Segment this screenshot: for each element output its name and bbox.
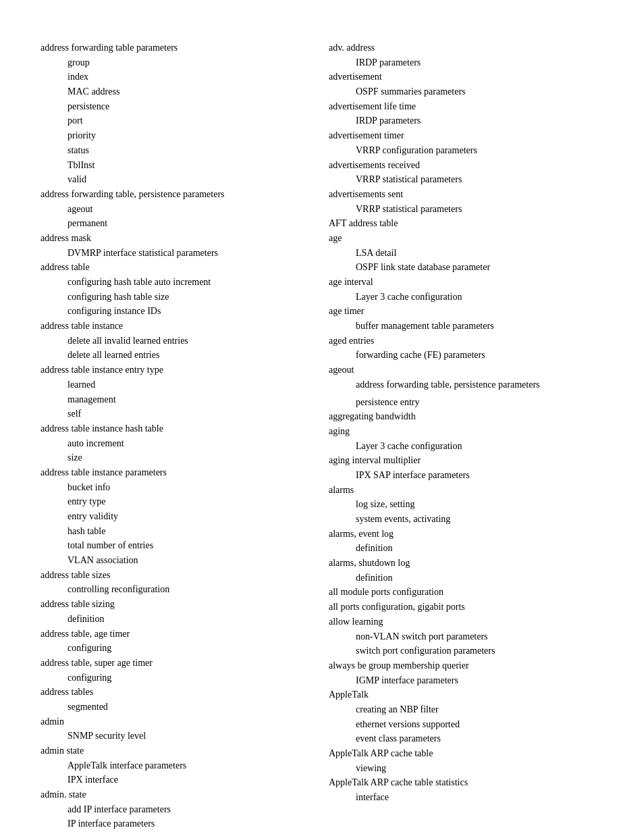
index-sub-entry: priority — [41, 128, 315, 143]
index-main-entry: admin. state — [41, 787, 315, 802]
index-sub-entry: port — [41, 113, 315, 128]
index-main-entry: ageout — [329, 363, 603, 377]
index-sub-entry: MAC address — [41, 84, 315, 99]
index-main-entry: address table — [41, 260, 315, 275]
index-sub-entry: forwarding cache (FE) parameters — [329, 348, 603, 363]
index-sub-entry: index — [41, 70, 315, 84]
index-sub-entry: DVMRP interface statistical parameters — [41, 246, 315, 261]
index-sub-entry: definition — [329, 541, 603, 556]
index-sub-entry: Layer 3 cache configuration — [329, 290, 603, 305]
index-sub-entry: ageout — [41, 202, 315, 217]
index-sub-entry: total number of entries — [41, 538, 315, 553]
index-sub-entry: self — [41, 407, 315, 421]
index-sub-entry: IRDP parameters — [329, 55, 603, 70]
index-sub-entry: entry validity — [41, 509, 315, 524]
index-sub-entry: ethernet versions supported — [329, 717, 603, 732]
index-sub-entry: IPX SAP interface parameters — [329, 468, 603, 483]
index-sub-entry: management — [41, 392, 315, 407]
index-sub-entry: viewing — [329, 761, 603, 776]
index-sub-entry: VRRP statistical parameters — [329, 202, 603, 217]
index-sub-entry: configuring hash table auto increment — [41, 275, 315, 290]
index-sub-entry: delete all learned entries — [41, 348, 315, 363]
index-sub-entry: event class parameters — [329, 731, 603, 746]
index-main-entry: alarms — [329, 483, 603, 498]
index-main-entry: address forwarding table parameters — [41, 41, 315, 55]
index-sub-entry: configuring instance IDs — [41, 304, 315, 319]
index-main-entry: address table sizing — [41, 597, 315, 612]
index-main-entry: allow learning — [329, 615, 603, 629]
index-main-entry: AppleTalk ARP cache table — [329, 746, 603, 761]
index-main-entry: address mask — [41, 231, 315, 246]
index-main-entry: address tables — [41, 685, 315, 700]
index-sub-entry: permanent — [41, 216, 315, 231]
index-sub-entry: configuring — [41, 641, 315, 656]
index-main-entry: address table sizes — [41, 568, 315, 583]
index-main-entry: all ports configuration, gigabit ports — [329, 600, 603, 615]
index-main-entry: adv. address — [329, 41, 603, 55]
index-main-entry: aging interval multiplier — [329, 453, 603, 468]
index-main-entry: advertisement timer — [329, 128, 603, 143]
index-sub-entry: buffer management table parameters — [329, 319, 603, 334]
index-sub-entry: learned — [41, 377, 315, 392]
index-main-entry: address table instance hash table — [41, 421, 315, 436]
index-sub-entry: AppleTalk interface parameters — [41, 758, 315, 773]
index-main-entry: AppleTalk ARP cache table statistics — [329, 775, 603, 790]
index-sub-entry: IPX interface — [41, 773, 315, 787]
index-main-entry: advertisement life time — [329, 99, 603, 114]
index-main-entry: address table instance parameters — [41, 465, 315, 480]
index-sub-entry: address forwarding table, persistence pa… — [329, 377, 603, 392]
index-main-entry: advertisement — [329, 70, 603, 84]
main-content: address forwarding table parametersgroup… — [41, 41, 603, 831]
index-sub-entry: log size, setting — [329, 497, 603, 512]
index-main-entry: AFT address table — [329, 216, 603, 231]
index-sub-entry: configuring — [41, 671, 315, 685]
index-main-entry: address table, super age timer — [41, 656, 315, 671]
index-main-entry: aged entries — [329, 334, 603, 348]
index-sub-entry: persistence entry — [329, 395, 603, 410]
index-sub-entry: VRRP statistical parameters — [329, 172, 603, 187]
index-sub-entry: definition — [41, 612, 315, 627]
right-column: adv. addressIRDP parametersadvertisement… — [329, 41, 603, 831]
index-main-entry: AppleTalk — [329, 687, 603, 702]
index-sub-entry: SNMP security level — [41, 729, 315, 744]
index-main-entry: address table instance — [41, 319, 315, 334]
index-main-entry: alarms, shutdown log — [329, 556, 603, 571]
index-sub-entry: add IP interface parameters — [41, 802, 315, 817]
index-sub-entry: switch port configuration parameters — [329, 644, 603, 658]
index-sub-entry: IGMP interface parameters — [329, 673, 603, 688]
index-sub-entry: persistence — [41, 99, 315, 114]
index-sub-entry: configuring hash table size — [41, 290, 315, 305]
index-sub-entry: group — [41, 55, 315, 70]
index-sub-entry: hash table — [41, 524, 315, 539]
index-main-entry: address table instance entry type — [41, 363, 315, 377]
index-main-entry: admin — [41, 714, 315, 729]
index-main-entry: advertisements sent — [329, 187, 603, 202]
index-main-entry: aggregating bandwidth — [329, 409, 603, 424]
left-column: address forwarding table parametersgroup… — [41, 41, 329, 831]
index-sub-entry: segmented — [41, 700, 315, 714]
index-sub-entry: controlling reconfiguration — [41, 582, 315, 597]
index-main-entry: alarms, event log — [329, 527, 603, 542]
index-sub-entry: VLAN association — [41, 553, 315, 568]
index-main-entry: age — [329, 231, 603, 246]
index-sub-entry: OSPF summaries parameters — [329, 84, 603, 99]
index-sub-entry: IP interface parameters — [41, 816, 315, 831]
index-sub-entry: delete all invalid learned entries — [41, 334, 315, 348]
index-sub-entry: non-VLAN switch port parameters — [329, 629, 603, 644]
index-sub-entry: interface — [329, 790, 603, 805]
index-sub-entry: bucket info — [41, 480, 315, 495]
index-sub-entry: VRRP configuration parameters — [329, 143, 603, 158]
index-main-entry: address forwarding table, persistence pa… — [41, 187, 315, 202]
index-sub-entry: IRDP parameters — [329, 113, 603, 128]
index-sub-entry: status — [41, 143, 315, 158]
index-sub-entry: valid — [41, 172, 315, 187]
index-main-entry: aging — [329, 424, 603, 439]
index-sub-entry: TblInst — [41, 158, 315, 173]
index-sub-entry: LSA detail — [329, 246, 603, 261]
index-main-entry: advertisements received — [329, 158, 603, 173]
index-sub-entry: Layer 3 cache configuration — [329, 439, 603, 454]
index-main-entry: always be group membership querier — [329, 658, 603, 673]
index-main-entry: admin state — [41, 744, 315, 758]
index-main-entry: age interval — [329, 275, 603, 290]
index-sub-entry: auto increment — [41, 436, 315, 451]
